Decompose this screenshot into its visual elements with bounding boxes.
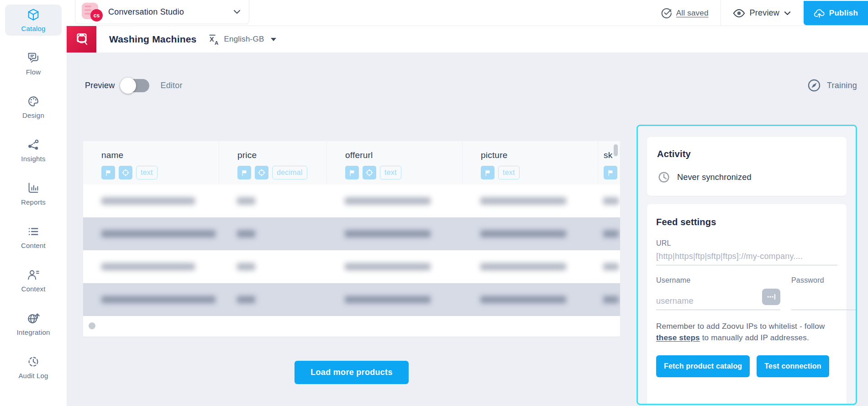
training-link[interactable]: Training	[806, 78, 857, 93]
password-field: Password	[791, 276, 857, 310]
test-connection-button[interactable]: Test connection	[757, 355, 829, 377]
fetch-product-catalog-button[interactable]: Fetch product catalog	[656, 355, 750, 377]
product-switcher[interactable]: cs Conversation Studio	[75, 0, 249, 24]
publish-button[interactable]: Publish	[804, 1, 868, 25]
column-label: price	[237, 150, 326, 160]
language-label: English-GB	[224, 35, 264, 44]
preview-dropdown[interactable]: Preview	[733, 8, 791, 18]
globe-upload-icon	[26, 311, 40, 325]
dots-cursor-icon	[766, 292, 776, 302]
feed-settings-title: Feed settings	[656, 217, 837, 227]
editor-toggle-label: Editor	[160, 81, 182, 90]
translate-icon: XA	[208, 34, 220, 45]
sidebar-item-label: Context	[21, 285, 45, 293]
sidebar-item-catalog[interactable]: Catalog	[5, 5, 62, 36]
sidebar-item-content[interactable]: Content	[5, 221, 62, 253]
chat-bubbles-icon	[26, 51, 40, 65]
sidebar-item-audit-log[interactable]: Audit Log	[5, 352, 62, 383]
toggle-knob[interactable]	[120, 78, 136, 94]
column-header-picture[interactable]: picture text	[462, 141, 598, 185]
conversation-studio-logo: cs	[82, 2, 103, 21]
topbar-right: All saved Preview Publish	[661, 0, 868, 26]
sidebar-item-label: Integration	[16, 328, 50, 336]
load-more-products-button[interactable]: Load more products	[295, 361, 409, 384]
sidebar-item-label: Catalog	[21, 25, 45, 32]
note-text: to manually add IP addresses.	[700, 333, 809, 342]
main-content: Preview Editor Training name text price	[67, 53, 868, 406]
sidebar-item-insights[interactable]: Insights	[5, 135, 62, 166]
flag-icon[interactable]	[237, 166, 251, 179]
globe-icon[interactable]	[363, 166, 376, 179]
password-input[interactable]	[791, 296, 857, 306]
table-footer	[83, 316, 620, 337]
cube-icon	[26, 8, 40, 21]
sidebar-item-integration[interactable]: Integration	[5, 308, 62, 339]
check-circle-icon	[661, 7, 672, 19]
column-header-name[interactable]: name text	[83, 141, 219, 185]
sidebar-item-reports[interactable]: Reports	[5, 178, 62, 209]
chevron-down-icon	[233, 8, 241, 16]
catalog-search-icon	[67, 26, 96, 53]
table-row[interactable]	[83, 217, 620, 250]
clock-icon	[657, 170, 671, 184]
column-header-offerurl[interactable]: offerurl text	[326, 141, 462, 185]
type-badge: decimal	[272, 166, 307, 179]
whitelist-note: Remember to add Zoovu IPs to whitelist -…	[656, 321, 837, 343]
type-badge: text	[136, 166, 158, 179]
feed-settings-panel: Activity Never synchronized Feed setting…	[637, 125, 857, 405]
flag-icon[interactable]	[481, 166, 494, 179]
cloud-upload-icon	[814, 8, 825, 18]
sync-status: Never synchronized	[677, 173, 752, 182]
username-field: Username	[656, 276, 780, 310]
table-row[interactable]	[83, 185, 620, 217]
training-label: Training	[827, 81, 857, 90]
globe-icon[interactable]	[119, 166, 132, 179]
horizontal-scrollbar-thumb[interactable]	[89, 322, 95, 329]
catalog-header: Washing Machines XA English-GB	[67, 26, 868, 53]
table-row[interactable]	[83, 250, 620, 283]
activity-card: Activity Never synchronized	[647, 137, 847, 196]
all-saved-label: All saved	[676, 9, 709, 18]
product-switcher-label: Conversation Studio	[108, 7, 184, 17]
flag-icon[interactable]	[101, 166, 115, 179]
column-label: offerurl	[345, 150, 462, 160]
publish-label: Publish	[829, 9, 858, 18]
feed-settings-card: Feed settings URL Username	[647, 204, 847, 404]
caret-down-icon	[271, 38, 276, 41]
column-label: picture	[481, 150, 598, 160]
globe-icon[interactable]	[255, 166, 268, 179]
flag-icon[interactable]	[345, 166, 359, 179]
preview-toggle-label: Preview	[85, 81, 115, 90]
preview-editor-toggle[interactable]	[121, 79, 149, 92]
sidebar-item-flow[interactable]: Flow	[5, 48, 62, 79]
column-label: name	[101, 150, 219, 160]
these-steps-link[interactable]: these steps	[656, 333, 700, 342]
insert-variable-button[interactable]	[762, 289, 780, 305]
share-nodes-icon	[26, 138, 40, 152]
url-label: URL	[656, 239, 837, 248]
sidebar-item-context[interactable]: Context	[5, 265, 62, 296]
eye-icon	[733, 9, 745, 18]
sidebar-item-label: Insights	[21, 155, 45, 163]
sidebar-item-design[interactable]: Design	[5, 91, 62, 122]
column-header-price[interactable]: price decimal	[219, 141, 326, 185]
table-row[interactable]	[83, 283, 620, 316]
table-header-row: name text price decimal offerurl	[83, 141, 620, 185]
vertical-scrollbar-thumb[interactable]	[614, 144, 618, 156]
all-saved-link[interactable]: All saved	[661, 7, 709, 19]
topbar-divider	[721, 0, 721, 26]
username-input[interactable]	[656, 296, 762, 306]
password-label: Password	[791, 276, 857, 285]
topbar: cs Conversation Studio All saved Preview…	[67, 0, 868, 26]
sidebar-item-label: Reports	[21, 198, 46, 206]
username-label: Username	[656, 276, 780, 285]
url-input[interactable]	[656, 252, 837, 261]
language-selector[interactable]: XA English-GB	[208, 34, 276, 45]
svg-text:A: A	[215, 40, 219, 45]
list-icon	[26, 225, 40, 238]
flag-icon[interactable]	[604, 166, 617, 179]
product-table: name text price decimal offerurl	[83, 141, 620, 337]
type-badge: text	[380, 166, 401, 179]
clock-dashed-icon	[26, 355, 40, 369]
svg-text:X: X	[210, 36, 214, 43]
